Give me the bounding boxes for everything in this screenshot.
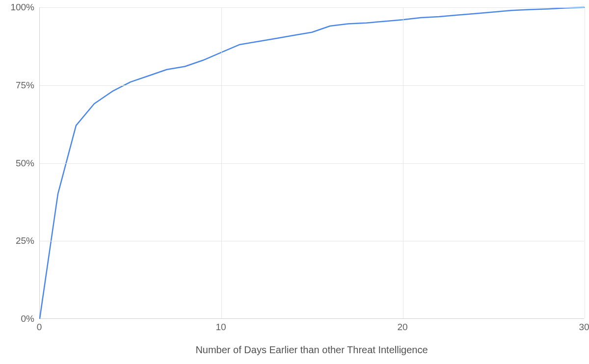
gridline-v [403,7,403,318]
x-tick-label: 0 [37,322,42,333]
x-tick-label: 30 [579,322,589,333]
x-tick-label: 10 [215,322,226,333]
gridline-v [221,7,222,318]
gridline-h [40,85,584,86]
gridline-h [40,241,584,241]
y-tick-label: 25% [5,235,34,246]
gridline-h [40,7,584,8]
y-tick-label: 0% [5,313,34,324]
y-tick-label: 75% [5,80,34,91]
y-tick-label: 100% [5,2,34,13]
plot-area [39,7,584,319]
x-tick-label: 20 [397,322,407,333]
gridline-v [585,7,585,318]
x-axis-label: Number of Days Earlier than other Threat… [39,344,584,356]
chart-container: Number of Days Earlier than other Threat… [0,0,589,364]
y-tick-label: 50% [5,158,34,169]
gridline-h [40,163,584,164]
